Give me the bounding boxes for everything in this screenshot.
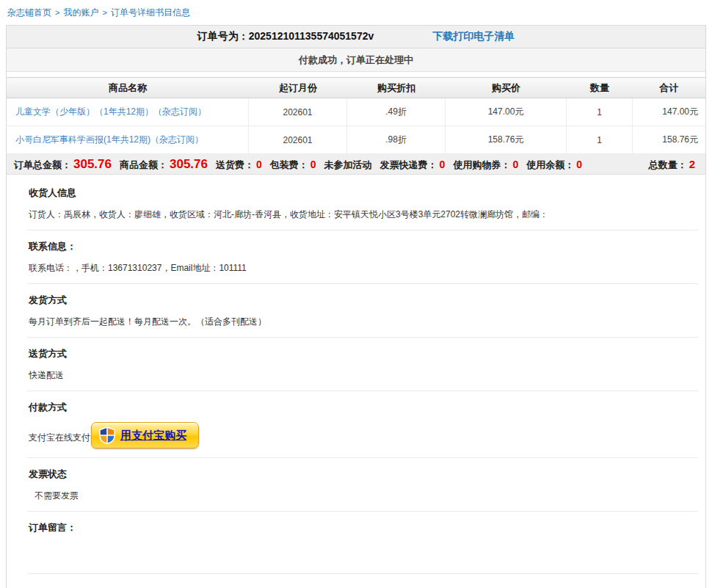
coupon-used-value: 0: [512, 155, 518, 175]
section-order-message: 订单留言：: [7, 512, 705, 573]
download-print-list-link[interactable]: 下载打印电子清单: [432, 30, 515, 43]
product-link[interactable]: 小哥白尼军事科学画报(1年共12期)（杂志订阅）: [15, 134, 203, 146]
balance-used: 使用余额：0: [526, 155, 582, 175]
order-totals-bar: 订单总金额：305.76 商品金额：305.76 送货费：0 包装费：0 未参加…: [7, 154, 705, 175]
invoice-express-fee: 发票快递费：0: [380, 155, 446, 175]
cell-quantity: 1: [567, 126, 633, 153]
balance-used-value: 0: [576, 155, 582, 175]
delivery-method-title: 送货方式: [29, 347, 698, 360]
cell-discount: .98折: [347, 126, 446, 153]
order-number: 订单号为：202512101135574051572v: [197, 30, 374, 43]
cell-price: 147.00元: [446, 98, 567, 126]
total-quantity: 总数量：2: [649, 154, 698, 175]
shipping-fee: 送货费：0: [216, 155, 262, 175]
breadcrumb: 杂志铺首页>我的账户>订单号详细书目信息: [0, 0, 712, 25]
order-items-table: 商品名称 起订月份 购买折扣 购买价 数量 合计 儿童文学（少年版）（1年共12…: [7, 77, 705, 154]
goods-total-value: 305.76: [170, 154, 208, 174]
coupon-used: 使用购物券：0: [453, 155, 518, 175]
invoice-status-title: 发票状态: [29, 468, 698, 481]
table-header-row: 商品名称 起订月份 购买折扣 购买价 数量 合计: [7, 77, 705, 98]
delivery-method-content: 快递配送: [29, 369, 698, 382]
col-header-start-month: 起订月份: [249, 81, 347, 95]
order-number-bar: 订单号为：202512101135574051572v 下载打印电子清单: [7, 26, 705, 48]
order-message-title: 订单留言：: [29, 521, 698, 534]
order-number-value: 202512101135574051572v: [249, 30, 374, 42]
receiver-info-title: 收货人信息: [29, 186, 698, 200]
dispatch-method-title: 发货方式: [29, 294, 698, 307]
payment-status-message: 付款成功，订单正在处理中: [299, 54, 413, 67]
payment-method-content: 支付宝在线支付: [29, 431, 90, 444]
cell-discount: .49折: [347, 98, 446, 126]
product-link[interactable]: 儿童文学（少年版）（1年共12期）（杂志订阅）: [15, 106, 206, 118]
cell-price: 158.76元: [446, 126, 567, 153]
packing-fee: 包装费：0: [270, 155, 316, 175]
order-detail-panel: 订单号为：202512101135574051572v 下载打印电子清单 付款成…: [6, 25, 706, 588]
breadcrumb-current-page[interactable]: 订单号详细书目信息: [111, 7, 190, 18]
receiver-info-content: 订货人：禹辰林，收货人：廖细雄，收货区域：河北-廊坊-香河县，收货地址：安平镇天…: [29, 208, 698, 221]
order-total-amount: 订单总金额：305.76: [14, 154, 112, 175]
dispatch-method-content: 每月订单到齐后一起配送！每月配送一次。（适合多刊配送）: [29, 315, 698, 328]
activity-status: 未参加活动: [324, 155, 372, 175]
cell-total: 147.00元: [633, 98, 705, 126]
shipping-fee-value: 0: [256, 155, 262, 175]
spacer: [7, 72, 705, 77]
section-dispatch-method: 发货方式 每月订单到齐后一起配送！每月配送一次。（适合多刊配送）: [7, 284, 705, 337]
breadcrumb-account-link[interactable]: 我的账户: [63, 7, 98, 18]
cell-total: 158.76元: [633, 126, 705, 153]
alipay-buy-button[interactable]: 用支付宝购买: [91, 422, 199, 449]
cell-quantity: 1: [567, 98, 633, 126]
col-header-product-name: 商品名称: [7, 81, 249, 95]
section-receiver-info: 收货人信息 订货人：禹辰林，收货人：廖细雄，收货区域：河北-廊坊-香河县，收货地…: [7, 175, 705, 230]
payment-method-title: 付款方式: [29, 401, 698, 414]
alipay-button-label: 用支付宝购买: [120, 429, 186, 443]
table-row: 儿童文学（少年版）（1年共12期）（杂志订阅） 202601 .49折 147.…: [7, 98, 705, 126]
section-contact-info: 联系信息： 联系电话：，手机：13671310237，Email地址：10111…: [7, 231, 705, 283]
order-number-label: 订单号为：: [197, 30, 249, 42]
contact-info-title: 联系信息：: [29, 240, 698, 253]
breadcrumb-separator: >: [102, 8, 106, 17]
section-invoice-status: 发票状态 不需要发票: [7, 458, 705, 511]
invoice-status-content: 不需要发票: [29, 489, 698, 502]
table-row: 小哥白尼军事科学画报(1年共12期)（杂志订阅） 202601 .98折 158…: [7, 126, 705, 154]
section-delivery-method: 送货方式 快递配送: [7, 338, 705, 391]
col-header-quantity: 数量: [567, 81, 633, 95]
cell-start-month: 202601: [249, 98, 347, 126]
invoice-express-fee-value: 0: [440, 155, 446, 175]
total-quantity-value: 2: [689, 154, 695, 174]
col-header-price: 购买价: [446, 81, 567, 95]
goods-total-amount: 商品金额：305.76: [120, 154, 208, 175]
breadcrumb-home-link[interactable]: 杂志铺首页: [7, 7, 51, 18]
section-payment-method: 付款方式 支付宝在线支付: [7, 391, 705, 457]
breadcrumb-separator: >: [55, 8, 59, 17]
order-total-value: 305.76: [73, 154, 112, 174]
col-header-total: 合计: [633, 81, 705, 95]
col-header-discount: 购买折扣: [347, 81, 446, 95]
security-shield-icon: [99, 427, 115, 444]
packing-fee-value: 0: [310, 155, 316, 175]
contact-info-content: 联系电话：，手机：13671310237，Email地址：101111: [29, 261, 698, 275]
cell-start-month: 202601: [249, 126, 347, 153]
payment-status-bar: 付款成功，订单正在处理中: [7, 48, 705, 72]
